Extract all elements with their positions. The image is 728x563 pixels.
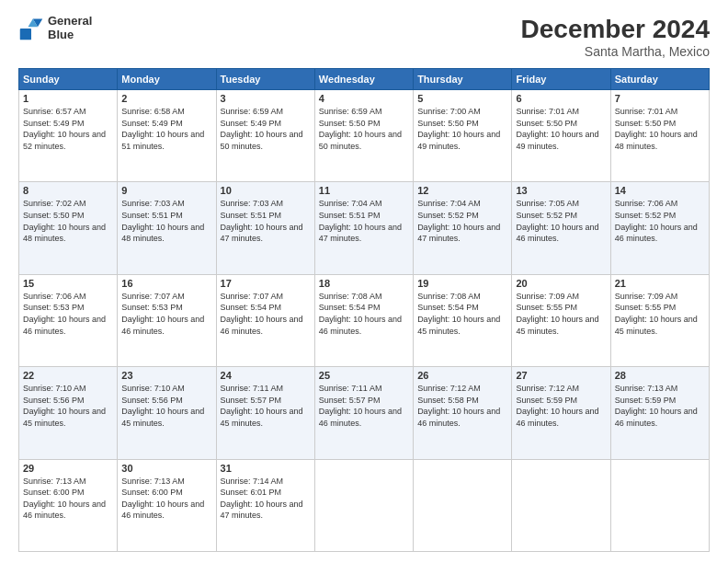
calendar-cell: 9Sunrise: 7:03 AMSunset: 5:51 PMDaylight… [118,182,216,274]
day-info: Sunrise: 6:58 AMSunset: 5:49 PMDaylight:… [121,107,204,151]
calendar-cell: 7Sunrise: 7:01 AMSunset: 5:50 PMDaylight… [610,90,709,182]
day-info: Sunrise: 7:03 AMSunset: 5:51 PMDaylight:… [221,199,303,243]
calendar-cell: 25Sunrise: 7:11 AMSunset: 5:57 PMDayligh… [314,367,413,459]
day-number: 9 [121,185,211,196]
calendar-cell: 20Sunrise: 7:09 AMSunset: 5:55 PMDayligh… [512,274,610,366]
calendar-header-row: SundayMondayTuesdayWednesdayThursdayFrid… [19,69,710,90]
calendar-week-row: 8Sunrise: 7:02 AMSunset: 5:50 PMDaylight… [19,182,710,274]
calendar-page: General Blue December 2024 Santa Martha,… [0,0,728,563]
day-info: Sunrise: 7:04 AMSunset: 5:51 PMDaylight:… [319,199,402,243]
calendar-cell: 22Sunrise: 7:10 AMSunset: 5:56 PMDayligh… [19,367,118,459]
calendar-cell: 8Sunrise: 7:02 AMSunset: 5:50 PMDaylight… [19,182,118,274]
main-title: December 2024 [521,15,710,44]
calendar-cell: 1Sunrise: 6:57 AMSunset: 5:49 PMDaylight… [19,90,118,182]
day-number: 27 [516,370,606,381]
calendar-week-row: 22Sunrise: 7:10 AMSunset: 5:56 PMDayligh… [19,367,710,459]
day-number: 10 [221,185,311,196]
day-number: 7 [615,93,705,104]
day-info: Sunrise: 7:13 AMSunset: 5:59 PMDaylight:… [615,384,698,428]
calendar-cell [314,459,413,551]
calendar-cell: 14Sunrise: 7:06 AMSunset: 5:52 PMDayligh… [610,182,709,274]
day-number: 16 [121,278,211,289]
calendar-cell: 28Sunrise: 7:13 AMSunset: 5:59 PMDayligh… [610,367,709,459]
calendar-cell: 30Sunrise: 7:13 AMSunset: 6:00 PMDayligh… [118,459,216,551]
header-sunday: Sunday [19,69,118,90]
calendar-week-row: 15Sunrise: 7:06 AMSunset: 5:53 PMDayligh… [19,274,710,366]
day-info: Sunrise: 7:13 AMSunset: 6:00 PMDaylight:… [23,477,106,521]
day-number: 30 [121,463,211,474]
calendar-cell: 4Sunrise: 6:59 AMSunset: 5:50 PMDaylight… [314,90,413,182]
day-number: 11 [319,185,409,196]
svg-rect-3 [20,29,31,40]
day-info: Sunrise: 7:06 AMSunset: 5:53 PMDaylight:… [23,292,106,336]
day-number: 29 [23,463,113,474]
calendar-cell: 18Sunrise: 7:08 AMSunset: 5:54 PMDayligh… [314,274,413,366]
calendar-cell [512,459,610,551]
day-info: Sunrise: 7:08 AMSunset: 5:54 PMDaylight:… [319,292,402,336]
calendar-cell: 24Sunrise: 7:11 AMSunset: 5:57 PMDayligh… [216,367,314,459]
day-info: Sunrise: 7:00 AMSunset: 5:50 PMDaylight:… [417,107,500,151]
day-number: 28 [615,370,705,381]
day-number: 31 [221,463,311,474]
calendar-cell: 21Sunrise: 7:09 AMSunset: 5:55 PMDayligh… [610,274,709,366]
day-number: 15 [23,278,113,289]
day-number: 21 [615,278,705,289]
calendar-cell: 2Sunrise: 6:58 AMSunset: 5:49 PMDaylight… [118,90,216,182]
day-info: Sunrise: 7:08 AMSunset: 5:54 PMDaylight:… [417,292,500,336]
day-info: Sunrise: 7:13 AMSunset: 6:00 PMDaylight:… [121,477,204,521]
day-number: 4 [319,93,409,104]
day-number: 13 [516,185,606,196]
calendar-cell: 12Sunrise: 7:04 AMSunset: 5:52 PMDayligh… [414,182,512,274]
calendar-cell: 13Sunrise: 7:05 AMSunset: 5:52 PMDayligh… [512,182,610,274]
logo: General Blue [18,15,92,42]
day-info: Sunrise: 7:10 AMSunset: 5:56 PMDaylight:… [23,384,106,428]
day-info: Sunrise: 7:02 AMSunset: 5:50 PMDaylight:… [23,199,106,243]
day-info: Sunrise: 6:57 AMSunset: 5:49 PMDaylight:… [23,107,106,151]
calendar-cell [414,459,512,551]
day-number: 14 [615,185,705,196]
day-info: Sunrise: 7:09 AMSunset: 5:55 PMDaylight:… [615,292,698,336]
day-number: 2 [121,93,211,104]
logo-text: General Blue [48,15,92,42]
calendar-week-row: 29Sunrise: 7:13 AMSunset: 6:00 PMDayligh… [19,459,710,551]
day-number: 22 [23,370,113,381]
header-saturday: Saturday [610,69,709,90]
header-tuesday: Tuesday [216,69,314,90]
calendar-table: SundayMondayTuesdayWednesdayThursdayFrid… [18,68,710,552]
day-number: 24 [221,370,311,381]
day-info: Sunrise: 7:09 AMSunset: 5:55 PMDaylight:… [516,292,598,336]
day-info: Sunrise: 7:10 AMSunset: 5:56 PMDaylight:… [121,384,204,428]
header-wednesday: Wednesday [314,69,413,90]
day-info: Sunrise: 7:03 AMSunset: 5:51 PMDaylight:… [121,199,204,243]
header: General Blue December 2024 Santa Martha,… [18,15,710,59]
header-thursday: Thursday [414,69,512,90]
day-number: 20 [516,278,606,289]
calendar-week-row: 1Sunrise: 6:57 AMSunset: 5:49 PMDaylight… [19,90,710,182]
day-number: 25 [319,370,409,381]
day-number: 3 [221,93,311,104]
day-info: Sunrise: 7:01 AMSunset: 5:50 PMDaylight:… [615,107,698,151]
calendar-cell: 11Sunrise: 7:04 AMSunset: 5:51 PMDayligh… [314,182,413,274]
calendar-cell: 10Sunrise: 7:03 AMSunset: 5:51 PMDayligh… [216,182,314,274]
logo-icon [18,16,44,41]
day-number: 18 [319,278,409,289]
day-number: 8 [23,185,113,196]
day-info: Sunrise: 7:14 AMSunset: 6:01 PMDaylight:… [221,477,303,521]
day-number: 26 [417,370,507,381]
calendar-cell: 26Sunrise: 7:12 AMSunset: 5:58 PMDayligh… [414,367,512,459]
day-number: 5 [417,93,507,104]
day-info: Sunrise: 6:59 AMSunset: 5:50 PMDaylight:… [319,107,402,151]
calendar-cell: 15Sunrise: 7:06 AMSunset: 5:53 PMDayligh… [19,274,118,366]
calendar-cell: 27Sunrise: 7:12 AMSunset: 5:59 PMDayligh… [512,367,610,459]
day-info: Sunrise: 7:07 AMSunset: 5:54 PMDaylight:… [221,292,303,336]
day-info: Sunrise: 7:12 AMSunset: 5:58 PMDaylight:… [417,384,500,428]
day-number: 19 [417,278,507,289]
day-info: Sunrise: 7:11 AMSunset: 5:57 PMDaylight:… [221,384,303,428]
day-number: 1 [23,93,113,104]
day-number: 6 [516,93,606,104]
subtitle: Santa Martha, Mexico [521,44,710,59]
calendar-cell: 16Sunrise: 7:07 AMSunset: 5:53 PMDayligh… [118,274,216,366]
day-number: 23 [121,370,211,381]
calendar-cell: 29Sunrise: 7:13 AMSunset: 6:00 PMDayligh… [19,459,118,551]
day-info: Sunrise: 7:06 AMSunset: 5:52 PMDaylight:… [615,199,698,243]
